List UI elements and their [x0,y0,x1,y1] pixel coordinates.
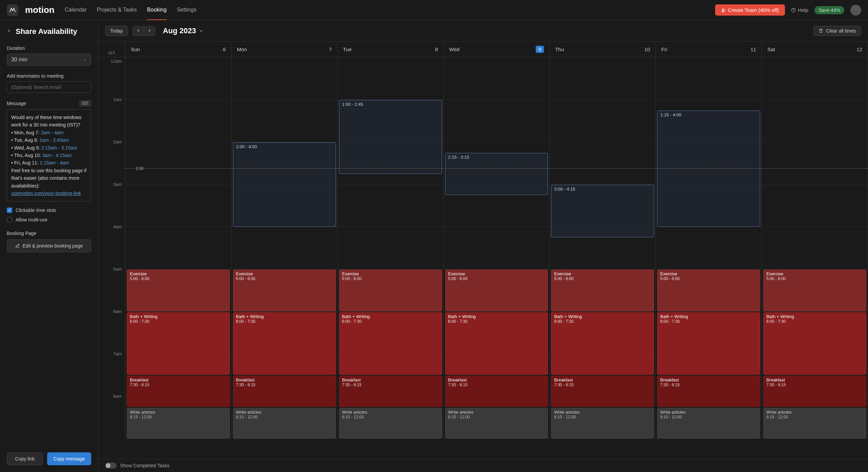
calendar-event[interactable]: Bath + Writing6:00 - 7:30 [127,312,230,375]
month-picker[interactable]: Aug 2023 [163,26,203,35]
message-label: Message [7,101,26,106]
calendar-event[interactable]: Breakfast7:30 - 8:15 [551,376,654,407]
brand: motion [25,5,55,15]
chevron-down-icon [83,58,87,62]
edit-preview-button[interactable]: Edit & preview booking page [7,239,91,252]
duration-select[interactable]: 30 min [7,54,91,66]
time-link[interactable]: 3am - 4:15am [42,153,72,158]
calendar-event[interactable]: Exercise5:00 - 6:00 [445,270,548,311]
calendar-event[interactable]: Write articles8:15 - 12:00 [127,408,230,438]
day-header[interactable]: Tue8 [338,42,444,57]
create-team-button[interactable]: Create Team (40% off) [715,4,785,16]
calendar-event[interactable]: Exercise5:00 - 6:00 [657,270,760,311]
day-header[interactable]: Wed9 [444,42,550,57]
day-column[interactable]: 1:00 - 2:45Exercise5:00 - 6:00Bath + Wri… [338,57,444,439]
calendar-event[interactable]: Bath + Writing6:00 - 7:30 [657,312,760,375]
hour-label: 1am [98,97,125,139]
calendar-event[interactable]: Breakfast7:30 - 8:15 [339,376,442,407]
sidebar-title: Share Availability [16,27,77,36]
day-header[interactable]: Sat12 [762,42,868,57]
logo[interactable] [7,4,18,16]
calendar-event[interactable]: Breakfast7:30 - 8:15 [127,376,230,407]
availability-slot[interactable]: 2:00 - 4:00 [233,142,336,227]
calendar-event[interactable]: Exercise5:00 - 6:00 [339,270,442,311]
duration-label: Duration [7,45,91,51]
day-header[interactable]: Thu10 [550,42,656,57]
hour-label: 12am [98,57,125,100]
allow-multi-use-checkbox[interactable] [7,217,12,222]
calendar-event[interactable]: Bath + Writing6:00 - 7:30 [339,312,442,375]
topbar: motion Calendar Projects & Tasks Booking… [0,0,868,20]
time-link[interactable]: 2:15am - 3:15am [41,145,77,151]
calendar-event[interactable]: Breakfast7:30 - 8:15 [445,376,548,407]
svg-point-0 [722,8,724,10]
calendar-event[interactable]: Exercise5:00 - 6:00 [233,270,336,311]
clear-all-times-button[interactable]: Clear all times [813,26,861,36]
clickable-time-slots-checkbox[interactable] [7,208,12,213]
time-link[interactable]: 1am - 2:45am [40,137,69,143]
calendar-event[interactable]: Bath + Writing6:00 - 7:30 [233,312,336,375]
calendar-event[interactable]: Exercise5:00 - 6:00 [127,270,230,311]
allow-multi-use-label: Allow multi-use [16,217,47,222]
calendar-event[interactable]: Bath + Writing6:00 - 7:30 [445,312,548,375]
calendar-event[interactable]: Write articles8:15 - 12:00 [445,408,548,438]
save-badge[interactable]: Save 44% [814,6,844,14]
calendar-event[interactable]: Write articles8:15 - 12:00 [233,408,336,438]
clickable-time-slots-label: Clickable time slots [16,208,56,213]
time-link[interactable]: 1:15am - 4am [40,160,69,165]
calendar-event[interactable]: Breakfast7:30 - 8:15 [233,376,336,407]
hour-label: 4am [98,224,125,267]
day-header[interactable]: Fri11 [656,42,762,57]
search-email-input[interactable] [7,81,91,93]
calendar-event[interactable]: Exercise5:00 - 6:00 [763,270,866,311]
calendar-event[interactable]: Breakfast7:30 - 8:15 [657,376,760,407]
message-tz-badge[interactable]: IST [79,100,91,106]
nav-settings[interactable]: Settings [177,0,196,20]
availability-slot[interactable]: 2:15 - 3:15 [445,153,548,195]
chevron-left-icon [7,27,12,34]
message-box[interactable]: Would any of these time windows work for… [7,109,91,201]
prev-week-button[interactable] [133,26,144,36]
calendar-event[interactable]: Bath + Writing6:00 - 7:30 [551,312,654,375]
calendar-event[interactable]: Bath + Writing6:00 - 7:30 [763,312,866,375]
day-column[interactable]: 2:00 - 4:00Exercise5:00 - 6:00Bath + Wri… [232,57,338,439]
user-plus-icon [721,8,726,13]
help-button[interactable]: Help [791,7,808,13]
nav-projects-tasks[interactable]: Projects & Tasks [97,0,137,20]
calendar-event[interactable]: Write articles8:15 - 12:00 [551,408,654,438]
hour-label: 5am [98,267,125,309]
today-button[interactable]: Today [105,26,128,36]
day-column[interactable]: Exercise5:00 - 6:00Bath + Writing6:00 - … [125,57,232,439]
day-column[interactable]: 1:15 - 4:00Exercise5:00 - 6:00Bath + Wri… [656,57,762,439]
back-button[interactable] [7,27,12,36]
help-icon [791,8,796,13]
availability-slot[interactable]: 3:00 - 4:15 [551,185,654,237]
avatar[interactable] [850,5,861,16]
time-link[interactable]: 2am - 4am [41,130,63,135]
availability-slot[interactable]: 1:00 - 2:45 [339,100,442,174]
hour-label: 8am [98,394,125,436]
calendar-event[interactable]: Breakfast7:30 - 8:15 [763,376,866,407]
sidebar: Share Availability Duration 30 min Add t… [0,20,98,472]
trash-icon [818,28,823,33]
copy-message-button[interactable]: Copy message [47,452,91,465]
show-completed-toggle[interactable] [105,463,117,469]
day-column[interactable]: 2:15 - 3:15Exercise5:00 - 6:00Bath + Wri… [444,57,550,439]
calendar-event[interactable]: Write articles8:15 - 12:00 [763,408,866,438]
day-header[interactable]: Sun6 [125,42,232,57]
calendar-event[interactable]: Write articles8:15 - 12:00 [339,408,442,438]
booking-link[interactable]: usemotion.com/your-booking-link [11,191,81,196]
calendar-event[interactable]: Write articles8:15 - 12:00 [657,408,760,438]
nav-booking[interactable]: Booking [147,0,167,20]
day-header[interactable]: Mon7 [232,42,338,57]
day-column[interactable]: 3:00 - 4:15Exercise5:00 - 6:00Bath + Wri… [550,57,656,439]
day-column[interactable]: Exercise5:00 - 6:00Bath + Writing6:00 - … [762,57,868,439]
nav-calendar[interactable]: Calendar [65,0,87,20]
availability-slot[interactable]: 1:15 - 4:00 [657,111,760,227]
nav-links: Calendar Projects & Tasks Booking Settin… [65,0,197,20]
copy-link-button[interactable]: Copy link [7,452,43,465]
timezone-label: IST [98,42,125,57]
calendar-event[interactable]: Exercise5:00 - 6:00 [551,270,654,311]
next-week-button[interactable] [144,26,155,36]
calendar-body[interactable]: 12am1am2am3am4am5am6am7am8am Exercise5:0… [98,57,868,459]
